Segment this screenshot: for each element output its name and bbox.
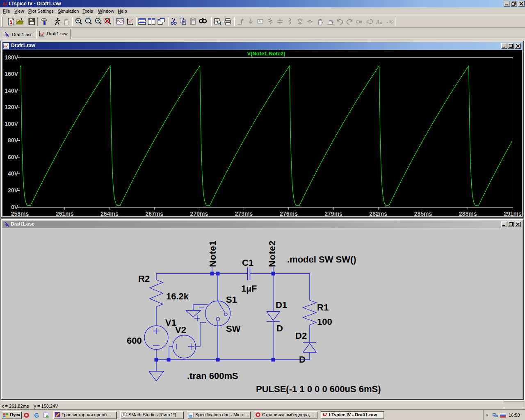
svg-text:Note1: Note1: [208, 240, 218, 267]
svg-text:279ms: 279ms: [324, 210, 342, 217]
svg-text:100: 100: [317, 317, 332, 327]
svg-text:PULSE(-1 1 0 0 0 600uS 6mS): PULSE(-1 1 0 0 0 600uS 6mS): [256, 384, 381, 394]
svg-text:E: E: [366, 19, 369, 25]
svg-text:V2: V2: [175, 325, 186, 335]
svg-text:.tran 600mS: .tran 600mS: [187, 371, 238, 381]
svg-text:273ms: 273ms: [235, 210, 253, 217]
svg-text:D: D: [276, 323, 283, 333]
svg-text:264ms: 264ms: [100, 210, 119, 217]
svg-text:120V: 120V: [5, 104, 18, 110]
svg-text:100V: 100V: [5, 121, 18, 127]
svg-text:D2: D2: [295, 331, 307, 341]
svg-text:D1: D1: [276, 300, 287, 310]
svg-text:V(Note1,Note2): V(Note1,Note2): [247, 50, 285, 57]
svg-text:D: D: [299, 354, 306, 365]
svg-text:40V: 40V: [8, 170, 18, 177]
svg-text:270ms: 270ms: [190, 210, 208, 217]
svg-text:A: A: [258, 19, 261, 23]
svg-text:0V: 0V: [11, 204, 18, 210]
svg-text:S1: S1: [226, 294, 237, 305]
svg-text:291ms: 291ms: [504, 210, 522, 217]
svg-text:1µF: 1µF: [241, 283, 257, 294]
svg-text:160V: 160V: [5, 71, 18, 77]
svg-text:.op: .op: [386, 19, 394, 24]
svg-text:A: A: [376, 19, 380, 25]
svg-text:140V: 140V: [5, 87, 18, 94]
svg-text:V1: V1: [165, 317, 176, 328]
svg-text:R2: R2: [138, 274, 150, 284]
svg-text:16.2k: 16.2k: [166, 291, 189, 301]
svg-text:E: E: [356, 19, 359, 25]
svg-text:258ms: 258ms: [11, 210, 29, 217]
svg-text:261ms: 261ms: [56, 210, 74, 217]
svg-text:D: D: [308, 19, 312, 24]
svg-text:m: m: [359, 19, 362, 25]
svg-text:60V: 60V: [8, 154, 18, 160]
svg-text:a: a: [380, 20, 382, 25]
svg-text:276ms: 276ms: [280, 210, 298, 217]
svg-text:Note2: Note2: [267, 240, 277, 267]
svg-text:267ms: 267ms: [145, 210, 163, 217]
svg-text:180V: 180V: [5, 54, 18, 61]
svg-text:80V: 80V: [8, 137, 18, 144]
svg-text:600: 600: [127, 336, 142, 346]
svg-text:282ms: 282ms: [370, 210, 388, 217]
svg-text:20V: 20V: [8, 187, 18, 194]
svg-text:SW: SW: [226, 324, 241, 334]
svg-text:C1: C1: [242, 258, 253, 268]
svg-text:288ms: 288ms: [459, 210, 477, 217]
svg-text:R1: R1: [317, 302, 329, 313]
svg-text:285ms: 285ms: [414, 210, 432, 217]
svg-text:.model SW SW(): .model SW SW(): [287, 254, 356, 265]
svg-text:W: W: [189, 415, 192, 418]
